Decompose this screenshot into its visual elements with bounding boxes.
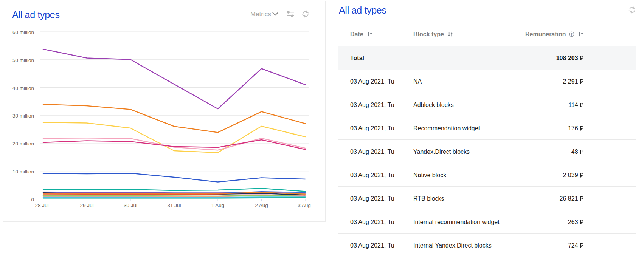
svg-text:2 Aug: 2 Aug bbox=[255, 203, 268, 208]
svg-text:29 Jul: 29 Jul bbox=[80, 203, 93, 208]
svg-text:50 million: 50 million bbox=[12, 57, 34, 63]
svg-text:30 Jul: 30 Jul bbox=[124, 203, 137, 208]
svg-text:?: ? bbox=[570, 32, 573, 36]
svg-text:0: 0 bbox=[31, 197, 34, 203]
svg-text:31 Jul: 31 Jul bbox=[167, 203, 181, 208]
svg-text:20 million: 20 million bbox=[12, 141, 34, 147]
svg-text:30 million: 30 million bbox=[12, 113, 34, 119]
svg-text:60 million: 60 million bbox=[12, 29, 34, 35]
svg-text:10 million: 10 million bbox=[12, 169, 34, 175]
svg-text:40 million: 40 million bbox=[12, 85, 34, 91]
svg-text:28 Jul: 28 Jul bbox=[35, 203, 48, 208]
svg-text:3 Aug: 3 Aug bbox=[298, 203, 311, 208]
svg-text:1 Aug: 1 Aug bbox=[211, 203, 225, 208]
